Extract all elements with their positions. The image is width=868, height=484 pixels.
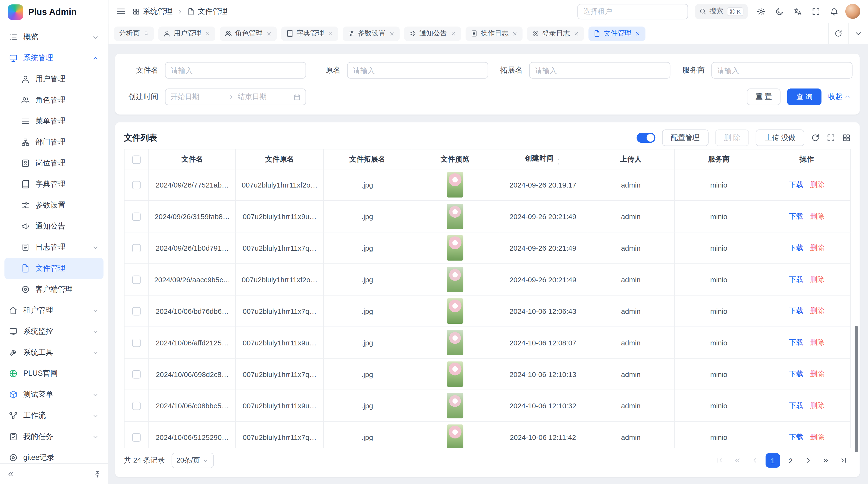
tab-file-mgmt[interactable]: 文件管理 — [588, 26, 645, 41]
sidebar-item-gitee[interactable]: gitee记录 — [4, 447, 103, 463]
tab-analysis[interactable]: 分析页 — [114, 26, 154, 41]
avatar[interactable] — [845, 4, 860, 19]
file-preview-image[interactable] — [446, 204, 463, 229]
close-icon[interactable] — [389, 31, 395, 36]
row-checkbox[interactable] — [132, 181, 141, 189]
sort-icons[interactable] — [557, 158, 561, 165]
file-preview-image[interactable] — [446, 172, 463, 198]
row-checkbox[interactable] — [132, 213, 141, 221]
tab-notice[interactable]: 通知公告 — [404, 26, 461, 41]
row-checkbox[interactable] — [132, 244, 141, 252]
origin-name-input[interactable] — [347, 62, 488, 78]
upload-button[interactable]: 上传 没做 — [756, 129, 804, 146]
file-preview-image[interactable] — [446, 361, 463, 387]
download-link[interactable]: 下载 — [789, 370, 803, 378]
sidebar-item-tenant[interactable]: 租户管理 — [4, 300, 103, 321]
tab-dict-mgmt[interactable]: 字典管理 — [281, 26, 338, 41]
search-toggle-switch[interactable] — [637, 133, 655, 143]
tab-user-mgmt[interactable]: 用户管理 — [158, 26, 215, 41]
sidebar-item-mytask[interactable]: 我的任务 — [4, 426, 103, 447]
prev-5-pages-button[interactable] — [730, 453, 745, 467]
app-logo-row[interactable]: Plus Admin — [0, 0, 108, 24]
sidebar-item-sys-tool[interactable]: 系统工具 — [4, 342, 103, 363]
sidebar-item-role[interactable]: 角色管理 — [4, 90, 103, 110]
reset-button[interactable]: 重 置 — [747, 89, 781, 105]
tab-login-log[interactable]: 登录日志 — [527, 26, 584, 41]
sidebar-item-dict[interactable]: 字典管理 — [4, 174, 103, 195]
language-button[interactable] — [793, 7, 802, 16]
close-icon[interactable] — [573, 31, 579, 36]
sidebar-item-sys-monitor[interactable]: 系统监控 — [4, 321, 103, 342]
delete-button[interactable]: 删 除 — [715, 129, 749, 146]
sidebar-item-plus-site[interactable]: PLUS官网 — [4, 363, 103, 384]
file-preview-image[interactable] — [446, 330, 463, 355]
close-icon[interactable] — [205, 31, 210, 36]
row-checkbox[interactable] — [132, 402, 141, 410]
close-icon[interactable] — [634, 31, 640, 36]
ext-name-input[interactable] — [529, 62, 670, 78]
settings-button[interactable] — [756, 7, 766, 16]
sidebar-item-workflow[interactable]: 工作流 — [4, 405, 103, 426]
close-icon[interactable] — [328, 31, 333, 36]
download-link[interactable]: 下载 — [789, 180, 803, 189]
row-checkbox[interactable] — [132, 276, 141, 284]
refresh-list-button[interactable] — [811, 133, 820, 142]
last-page-button[interactable] — [836, 453, 851, 467]
download-link[interactable]: 下载 — [789, 401, 803, 410]
table-scrollbar[interactable] — [855, 326, 858, 452]
global-search-button[interactable]: 搜索 ⌘ K — [694, 4, 748, 19]
tab-options-button[interactable] — [848, 23, 868, 44]
row-checkbox[interactable] — [132, 338, 141, 347]
collapse-sidebar-button[interactable] — [7, 470, 14, 478]
delete-link[interactable]: 删除 — [810, 401, 825, 410]
row-checkbox[interactable] — [132, 433, 141, 442]
fullscreen-button[interactable] — [812, 7, 820, 16]
pin-sidebar-button[interactable] — [94, 470, 101, 478]
next-page-button[interactable] — [801, 453, 815, 467]
created-time-range-picker[interactable]: 开始日期 结束日期 — [165, 89, 306, 105]
select-all-checkbox[interactable] — [132, 155, 141, 163]
delete-link[interactable]: 删除 — [810, 370, 825, 378]
close-icon[interactable] — [512, 31, 518, 36]
page-button-1[interactable]: 1 — [766, 453, 780, 467]
first-page-button[interactable] — [712, 453, 727, 467]
delete-link[interactable]: 删除 — [810, 275, 825, 283]
page-size-select[interactable]: 20条/页 — [172, 453, 214, 468]
hamburger-menu-button[interactable] — [116, 7, 126, 16]
prev-page-button[interactable] — [748, 453, 763, 467]
sidebar-item-file[interactable]: 文件管理 — [4, 258, 103, 279]
delete-link[interactable]: 删除 — [810, 212, 825, 220]
tab-param-settings[interactable]: 参数设置 — [342, 26, 399, 41]
delete-link[interactable]: 删除 — [810, 433, 825, 441]
tenant-select-input[interactable] — [577, 4, 688, 19]
sidebar-item-system[interactable]: 系统管理 — [4, 47, 103, 68]
tab-oper-log[interactable]: 操作日志 — [465, 26, 522, 41]
breadcrumb-system[interactable]: 系统管理 — [132, 6, 173, 16]
delete-link[interactable]: 删除 — [810, 180, 825, 189]
sidebar-item-menu[interactable]: 菜单管理 — [4, 110, 103, 132]
column-settings-button[interactable] — [842, 133, 851, 142]
download-link[interactable]: 下载 — [789, 275, 803, 283]
page-button-2[interactable]: 2 — [783, 453, 798, 467]
delete-link[interactable]: 删除 — [810, 306, 825, 315]
sidebar-item-log[interactable]: 日志管理 — [4, 237, 103, 258]
refresh-page-button[interactable] — [828, 23, 848, 44]
delete-link[interactable]: 删除 — [810, 244, 825, 252]
file-preview-image[interactable] — [446, 424, 463, 448]
sidebar-item-client[interactable]: 客户端管理 — [4, 279, 103, 300]
dark-mode-button[interactable] — [775, 7, 784, 16]
sidebar-item-dept[interactable]: 部门管理 — [4, 132, 103, 153]
file-preview-image[interactable] — [446, 267, 463, 292]
config-manage-button[interactable]: 配置管理 — [662, 129, 708, 146]
col-created-time[interactable]: 创建时间 — [499, 149, 587, 169]
search-button[interactable]: 查 询 — [787, 89, 822, 105]
file-name-input[interactable] — [165, 62, 306, 78]
sidebar-item-overview[interactable]: 概览 — [4, 27, 103, 47]
row-checkbox[interactable] — [132, 307, 141, 315]
pin-icon[interactable] — [143, 31, 149, 36]
fullscreen-list-button[interactable] — [827, 133, 835, 142]
download-link[interactable]: 下载 — [789, 338, 803, 346]
provider-input[interactable] — [711, 62, 852, 78]
notifications-button[interactable] — [830, 7, 839, 16]
download-link[interactable]: 下载 — [789, 212, 803, 220]
